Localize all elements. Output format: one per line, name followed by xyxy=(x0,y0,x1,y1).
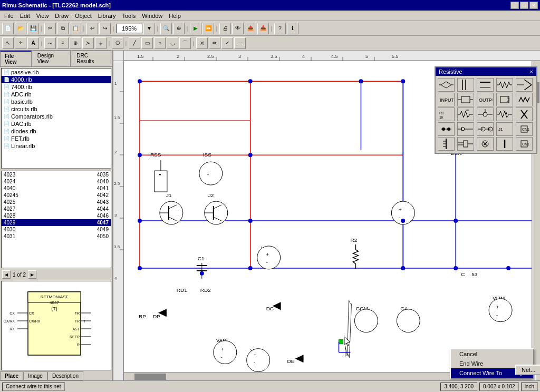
res-cell[interactable] xyxy=(496,137,513,151)
circle-tool[interactable]: ○ xyxy=(154,37,166,49)
annotate-tool[interactable]: ✏ xyxy=(209,37,220,49)
schematic-canvas[interactable]: RSS ▼ ISS ↓ J1 J xyxy=(124,61,540,380)
bezier-tool[interactable]: ⌒ xyxy=(179,37,191,49)
tree-7400[interactable]: 📄7400.rlb xyxy=(2,83,111,91)
list-item[interactable]: 40314050 xyxy=(2,233,111,240)
list-item[interactable]: 40274044 xyxy=(2,205,111,212)
print-prev-btn[interactable]: 👁 xyxy=(232,23,244,34)
res-cell[interactable] xyxy=(438,78,455,92)
maximize-btn[interactable]: □ xyxy=(520,2,528,9)
ctx-cancel[interactable]: Cancel xyxy=(451,349,533,359)
res-cell[interactable] xyxy=(516,93,533,106)
list-item[interactable]: 40234035 xyxy=(2,171,111,178)
text-tool[interactable]: A xyxy=(27,37,39,49)
res-cell[interactable] xyxy=(477,78,494,92)
tab-description[interactable]: Description xyxy=(47,371,83,380)
net-button[interactable]: Net... xyxy=(515,365,540,375)
res-cell[interactable]: INPUT1 xyxy=(438,93,455,106)
list-item[interactable]: 40284046 xyxy=(2,212,111,219)
res-cell[interactable]: R11k xyxy=(438,107,455,121)
power-tool[interactable]: ⏚ xyxy=(95,37,107,49)
scrollbar-thumb-h[interactable] xyxy=(134,374,166,380)
component-tool[interactable]: ⎔ xyxy=(112,37,123,49)
menu-help[interactable]: Help xyxy=(166,12,184,20)
menu-edit[interactable]: Edit xyxy=(17,12,33,20)
netlist-tool[interactable]: ⋯ xyxy=(234,37,246,49)
zoom-dropdown-btn[interactable]: ▼ xyxy=(143,23,155,34)
tree-dac[interactable]: 📄DAC.rlb xyxy=(2,120,111,128)
tab-image[interactable]: Image xyxy=(23,371,47,380)
menu-library[interactable]: Library xyxy=(95,12,119,20)
res-cell[interactable]: CN1 xyxy=(516,137,533,151)
tree-comparators[interactable]: 📄Comparators.rlb xyxy=(2,113,111,120)
list-item[interactable]: 40254043 xyxy=(2,199,111,205)
tab-file-view[interactable]: File View xyxy=(0,51,32,66)
tree-fet[interactable]: 📄FET.rlb xyxy=(2,135,111,142)
menu-tools[interactable]: Tools xyxy=(119,12,139,20)
wires-tool[interactable]: ⤮ xyxy=(196,37,208,49)
res-cell[interactable] xyxy=(457,107,474,121)
tree-basic[interactable]: 📄basic.rlb xyxy=(2,98,111,105)
res-cell[interactable] xyxy=(438,137,455,151)
list-item[interactable]: 40404041 xyxy=(2,185,111,192)
res-cell[interactable] xyxy=(438,122,455,136)
menu-view[interactable]: View xyxy=(33,12,52,20)
list-item[interactable]: 40244040 xyxy=(2,178,111,185)
bus-tool[interactable]: ≡ xyxy=(57,37,69,49)
copy-btn[interactable]: ⧉ xyxy=(57,23,69,34)
save-btn[interactable]: 💾 xyxy=(27,23,39,34)
undo-btn[interactable]: ↩ xyxy=(86,23,98,34)
menu-window[interactable]: Window xyxy=(139,12,166,20)
menu-object[interactable]: Object xyxy=(72,12,95,20)
print-btn[interactable]: 🖨 xyxy=(219,23,231,34)
res-cell[interactable] xyxy=(496,93,513,106)
run-btn[interactable]: ▶ xyxy=(190,23,201,34)
tab-design-view[interactable]: Design View xyxy=(33,51,71,66)
res-cell[interactable] xyxy=(457,137,474,151)
tree-adc[interactable]: 📄ADC.rlb xyxy=(2,91,111,98)
menu-draw[interactable]: Draw xyxy=(52,12,72,20)
zoom-fit-btn[interactable]: 🔍 xyxy=(160,23,172,34)
res-cell[interactable] xyxy=(457,122,474,136)
sub-agnd[interactable]: AGND xyxy=(536,377,540,380)
nav-next-btn[interactable]: ▶ xyxy=(28,270,36,279)
res-cell[interactable]: J1 xyxy=(496,122,513,136)
res-cell[interactable] xyxy=(496,107,513,121)
res-cell[interactable] xyxy=(516,78,533,92)
line-tool[interactable]: ╱ xyxy=(129,37,140,49)
tab-drc-results[interactable]: DRC Results xyxy=(72,51,111,66)
paste-btn[interactable]: 📋 xyxy=(70,23,81,34)
redo-btn[interactable]: ↪ xyxy=(99,23,111,34)
wire-tool[interactable]: ～ xyxy=(44,37,56,49)
res-cell[interactable] xyxy=(516,107,533,121)
res-cell[interactable] xyxy=(457,93,474,106)
junction-tool[interactable]: ⊕ xyxy=(70,37,81,49)
import-btn[interactable]: 📥 xyxy=(257,23,269,34)
tree-passive[interactable]: 📄passive.rlb xyxy=(2,68,111,76)
menu-file[interactable]: File xyxy=(1,12,17,20)
res-cell[interactable] xyxy=(477,107,494,121)
run-step-btn[interactable]: ⏩ xyxy=(202,23,214,34)
tree-4000[interactable]: 📄4000.rlb xyxy=(2,76,111,83)
list-item[interactable]: 402454042 xyxy=(2,192,111,199)
res-cell[interactable] xyxy=(477,122,494,136)
close-btn[interactable]: × xyxy=(529,2,538,9)
drc-tool[interactable]: ✓ xyxy=(221,37,233,49)
new-btn[interactable]: 📄 xyxy=(2,23,14,34)
res-cell[interactable] xyxy=(457,78,474,92)
help1-btn[interactable]: ? xyxy=(274,23,286,34)
nav-prev-btn[interactable]: ◀ xyxy=(2,270,11,279)
cut-btn[interactable]: ✂ xyxy=(44,23,56,34)
rect-tool[interactable]: ▭ xyxy=(141,37,153,49)
res-cell[interactable] xyxy=(496,78,513,92)
tree-circuits[interactable]: 📄circuits.rlb xyxy=(2,105,111,113)
select-crosshair-tool[interactable]: ✛ xyxy=(15,37,26,49)
res-cell[interactable]: OUTPUT1 xyxy=(477,93,494,106)
minimize-btn[interactable]: _ xyxy=(510,2,519,9)
tree-diodes[interactable]: 📄diodes.rlb xyxy=(2,128,111,135)
help2-btn[interactable]: ℹ xyxy=(287,23,298,34)
select-tool[interactable]: ↖ xyxy=(2,37,14,49)
list-item[interactable]: 40304049 xyxy=(2,226,111,233)
arc-tool[interactable]: ◡ xyxy=(167,37,178,49)
res-cell[interactable]: CN1 xyxy=(516,122,533,136)
